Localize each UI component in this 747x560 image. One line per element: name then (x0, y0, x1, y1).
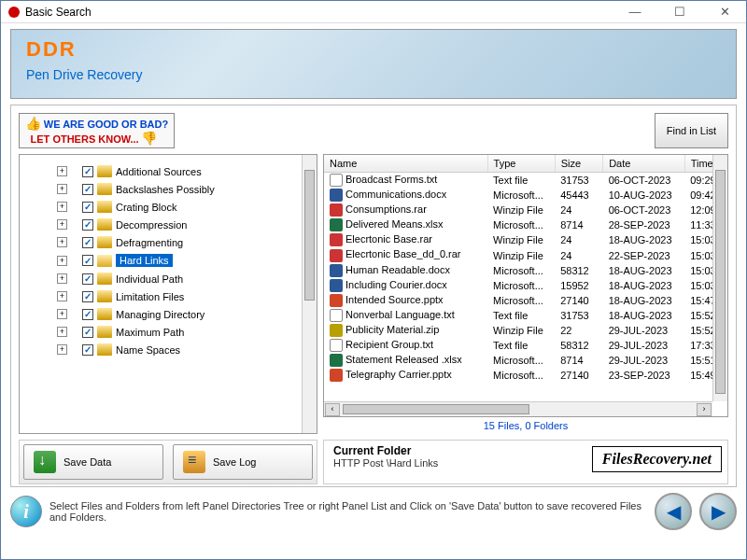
file-list-panel: NameTypeSizeDateTime Broadcast Forms.txt… (323, 154, 728, 434)
file-row[interactable]: Delivered Means.xlsxMicrosoft...871428-S… (324, 217, 727, 232)
tree-item-label: Crating Block (116, 202, 176, 213)
file-hscrollbar[interactable]: ‹ › (324, 401, 712, 416)
expand-icon[interactable]: + (57, 327, 67, 337)
window-title: Basic Search (25, 6, 621, 19)
expand-icon[interactable]: + (57, 219, 67, 230)
checkbox[interactable]: ✓ (82, 327, 93, 338)
file-row[interactable]: Human Readable.docxMicrosoft...5831218-A… (324, 263, 727, 278)
tree-item-label: Maximum Path (116, 327, 184, 338)
file-row[interactable]: Consumptions.rarWinzip File2406-OCT-2023… (324, 203, 727, 217)
tree-item-label: Decompression (116, 219, 187, 231)
find-in-list-button[interactable]: Find in List (655, 113, 728, 148)
scroll-left-icon[interactable]: ‹ (325, 403, 340, 416)
file-row[interactable]: Elecrtonic Base.rarWinzip File2418-AUG-2… (324, 232, 727, 247)
file-row[interactable]: Elecrtonic Base_dd_0.rarWinzip File2422-… (324, 247, 727, 262)
rar-icon (330, 233, 343, 246)
tree-item[interactable]: +✓Additional Sources (23, 162, 313, 180)
xlsx-icon (330, 218, 343, 231)
expand-icon[interactable]: + (57, 166, 67, 176)
column-header[interactable]: Name (324, 155, 487, 173)
file-vscrollbar[interactable] (712, 155, 727, 401)
tree-scrollbar[interactable] (302, 155, 317, 433)
checkbox[interactable]: ✓ (82, 291, 93, 302)
checkbox[interactable]: ✓ (82, 202, 93, 213)
tree-item-label: Name Spaces (116, 344, 180, 356)
expand-icon[interactable]: + (57, 237, 67, 247)
expand-icon[interactable]: + (57, 344, 67, 355)
column-header[interactable]: Size (555, 155, 602, 173)
file-count: 15 Files, 0 Folders (323, 417, 728, 434)
tree-item[interactable]: +✓Limitation Files (23, 287, 313, 305)
next-button[interactable]: ▶ (699, 493, 737, 530)
app-icon (8, 7, 20, 18)
back-button[interactable]: ◀ (655, 493, 692, 530)
rar-icon (330, 203, 343, 217)
txt-icon (330, 174, 343, 187)
tree-item[interactable]: +✓Hard Links (23, 251, 313, 270)
save-data-icon (34, 451, 56, 473)
file-row[interactable]: Intended Source.pptxMicrosoft...2714018-… (324, 293, 727, 308)
tree-item-label: Individual Path (116, 273, 183, 285)
column-header[interactable]: Date (603, 155, 685, 173)
pptx-icon (330, 369, 343, 382)
file-row[interactable]: Publicity Material.zipWinzip File2229-JU… (324, 323, 727, 338)
tree-item[interactable]: +✓Defragmenting (23, 233, 313, 251)
scroll-right-icon[interactable]: › (697, 403, 712, 416)
expand-icon[interactable]: + (57, 202, 67, 212)
folder-icon (97, 255, 112, 267)
feedback-banner[interactable]: 👍 WE ARE GOOD OR BAD? LET OTHERS KNOW...… (19, 113, 175, 148)
file-table: NameTypeSizeDateTime Broadcast Forms.txt… (324, 155, 727, 383)
feedback-line2: LET OTHERS KNOW... (31, 133, 139, 145)
folder-icon (97, 308, 112, 320)
tree-item[interactable]: +✓Individual Path (23, 270, 313, 287)
file-row[interactable]: Telegraphy Carrier.pptxMicrosoft...27140… (324, 368, 727, 383)
xlsx-icon (330, 354, 343, 367)
checkbox[interactable]: ✓ (82, 219, 93, 231)
file-row[interactable]: Statement Released .xlsxMicrosoft...8714… (324, 353, 727, 368)
docx-icon (330, 264, 343, 277)
checkbox[interactable]: ✓ (82, 237, 93, 248)
expand-icon[interactable]: + (57, 309, 67, 319)
save-data-label: Save Data (63, 456, 111, 468)
tree-item[interactable]: +✓Managing Directory (23, 305, 313, 323)
file-row[interactable]: Nonverbal Language.txtText file3175318-A… (324, 308, 727, 323)
app-subtitle: Pen Drive Recovery (26, 67, 721, 82)
checkbox[interactable]: ✓ (82, 344, 93, 356)
save-data-button[interactable]: Save Data (23, 444, 163, 480)
tree-item[interactable]: +✓Crating Block (23, 198, 313, 216)
folder-icon (97, 165, 112, 177)
footer-text: Select Files and Folders from left Panel… (49, 500, 647, 523)
tree-item[interactable]: +✓Maximum Path (23, 323, 313, 341)
expand-icon[interactable]: + (57, 291, 67, 301)
folder-icon (97, 201, 112, 213)
current-folder-panel: Current Folder HTTP Post \Hard Links Fil… (323, 440, 728, 484)
checkbox[interactable]: ✓ (82, 309, 93, 320)
column-header[interactable]: Type (487, 155, 555, 173)
file-row[interactable]: Broadcast Forms.txtText file3175306-OCT-… (324, 173, 727, 189)
expand-icon[interactable]: + (57, 184, 67, 194)
minimize-button[interactable]: — (621, 3, 649, 21)
footer: i Select Files and Folders from left Pan… (10, 493, 737, 530)
tree-item[interactable]: +✓Backslashes Possibly (23, 180, 313, 198)
header-banner: DDR Pen Drive Recovery (10, 29, 737, 99)
checkbox[interactable]: ✓ (82, 184, 93, 195)
checkbox[interactable]: ✓ (82, 255, 93, 266)
maximize-button[interactable]: ☐ (666, 3, 694, 21)
tree-item-label: Hard Links (116, 254, 173, 267)
checkbox[interactable]: ✓ (82, 273, 93, 285)
thumb-down-icon: 👎 (141, 131, 157, 146)
tree-item[interactable]: +✓Name Spaces (23, 341, 313, 358)
tree-item[interactable]: +✓Decompression (23, 216, 313, 233)
rar-icon (330, 249, 343, 262)
file-row[interactable]: Recipient Group.txtText file5831229-JUL-… (324, 338, 727, 353)
folder-icon (97, 183, 112, 195)
expand-icon[interactable]: + (57, 273, 67, 284)
action-buttons: Save Data Save Log (19, 440, 317, 484)
save-log-button[interactable]: Save Log (173, 444, 313, 480)
file-row[interactable]: Communications.docxMicrosoft...4544310-A… (324, 188, 727, 203)
info-icon: i (10, 496, 42, 527)
expand-icon[interactable]: + (57, 256, 67, 266)
checkbox[interactable]: ✓ (82, 166, 93, 177)
close-button[interactable]: ✕ (711, 3, 739, 21)
file-row[interactable]: Including Courier.docxMicrosoft...159521… (324, 278, 727, 293)
